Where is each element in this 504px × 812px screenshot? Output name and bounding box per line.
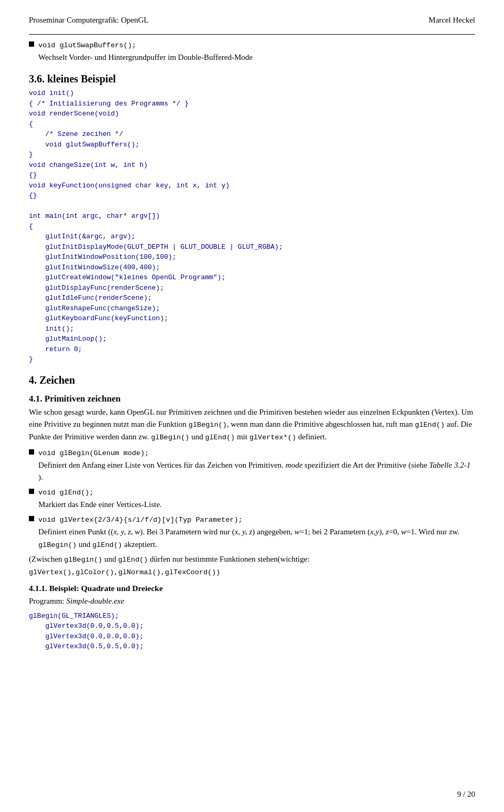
section41-para3: (Zwischen glBegin() und glEnd() dürfen n… [29, 553, 475, 578]
bullet-icon [29, 516, 34, 521]
para2-mid: und [191, 433, 203, 441]
glend-desc: Markiert das Ende einer Vertices-Liste. [38, 500, 162, 509]
section41-heading: 4.1. Primitiven zeichnen [29, 394, 475, 404]
para1-mid: , wenn man dann die Primitive abgeschlos… [227, 420, 413, 428]
para2-code1: glBegin() [151, 434, 190, 441]
para1-code1: glBegin() [188, 421, 227, 429]
glbegin-table: Tabelle 3.2-1 [429, 461, 471, 469]
glbegin-mode: mode [286, 461, 303, 469]
para1-code2: glEnd() [415, 421, 445, 429]
glvertex-eq1: =1; bei 2 Parametern ( [300, 528, 370, 536]
header-divider [29, 34, 475, 35]
para3-code1: glBegin() [64, 556, 102, 564]
glvertex-mid2: ) angegeben, [252, 528, 292, 536]
glbegin-end: ). [38, 473, 43, 481]
para2-code3: glVertex*() [249, 434, 296, 441]
page-footer: 9 / 20 [0, 790, 504, 799]
para2-mid2: mit [237, 433, 247, 441]
glvertex-und: und [79, 540, 91, 549]
bullet-icon [29, 41, 34, 47]
glend-code: void glEnd(); [38, 489, 93, 497]
para2-end: definiert. [298, 433, 327, 441]
header-right: Marcel Heckel [428, 16, 475, 25]
para3-end: dürfen nur bestimmte Funktionen stehen(w… [150, 555, 309, 563]
section36-heading: 3.6. kleines Beispiel [29, 73, 475, 85]
section41-para1: Wie schon gesagt wurde, kann OpenGL nur … [29, 406, 475, 444]
glvertex-content: void glVertex{2/3/4}{s/i/f/d}[v](Typ Par… [38, 513, 475, 551]
glvertex-glbegin: glBegin() [38, 541, 77, 549]
glvertex-xyzw: x, y, z, w [113, 528, 140, 536]
glut-swap-desc: Wechselt Vorder- und Hintergrundpuffer i… [38, 53, 253, 61]
glvertex-mid3: ), [379, 528, 384, 536]
glvertex-xyz: x, y, z [235, 528, 252, 536]
glvertex-mid: ). Bei 3 Parametern wird nur ( [140, 528, 235, 536]
glbegin-code: void glBegin(GLenum mode); [38, 449, 149, 457]
glbegin-desc2: spezifiziert die Art der Primitive (sieh… [304, 461, 427, 469]
para2-code2: glEnd() [205, 434, 235, 441]
glvertex-akzeptiert: akzeptiert. [124, 540, 157, 549]
header-left: Proseminar Computergrafik: OpenGL [29, 16, 149, 25]
glvertex-glend: glEnd() [92, 541, 122, 549]
glvertex-desc1: Definiert einen Punkt ( [38, 528, 111, 536]
para3-code3: glVertex(),glColor(),glNormal(),glTexCoo… [29, 568, 220, 576]
bullet-icon [29, 449, 34, 455]
glvertex-w2: w [401, 528, 406, 536]
glvertex-code: void glVertex{2/3/4}{s/i/f/d}[v](Typ Par… [38, 516, 243, 524]
glvertex-xy2: x,y [370, 528, 379, 536]
page-header: Proseminar Computergrafik: OpenGL Marcel… [29, 16, 475, 25]
page-number: 9 / 20 [457, 790, 475, 799]
section411-heading: 4.1.1. Beispiel: Quadrate und Dreiecke [29, 584, 475, 593]
glvertex-eq2: =0, [389, 528, 400, 536]
glbegin-desc1: Definiert den Anfang einer Liste von Ver… [38, 461, 284, 469]
page: Proseminar Computergrafik: OpenGL Marcel… [0, 0, 504, 812]
glend-bullet: void glEnd(); Markiert das Ende einer Ve… [29, 486, 475, 511]
para3-start: (Zwischen [29, 555, 62, 563]
section411-code: glBegin(GL_TRIANGLES); glVertex3d(0.0,0.… [29, 611, 475, 652]
section36-code: void init() { /* Initialisierung des Pro… [29, 88, 475, 365]
section411-prog: Programm: Simple-double.exe [29, 595, 475, 607]
glvertex-bullet: void glVertex{2/3/4}{s/i/f/d}[v](Typ Par… [29, 513, 475, 551]
glut-swap-code: void glutSwapBuffers(); [38, 41, 136, 49]
glvertex-w1: w [295, 528, 300, 536]
glbegin-bullet: void glBegin(GLenum mode); Definiert den… [29, 447, 475, 483]
section4-heading: 4. Zeichen [29, 374, 475, 386]
prog-name: Simple-double.exe [66, 597, 124, 605]
para3-code2: glEnd() [118, 556, 148, 564]
glbegin-content: void glBegin(GLenum mode); Definiert den… [38, 447, 475, 483]
bullet-icon [29, 489, 34, 494]
prog-label: Programm: [29, 597, 65, 605]
glut-swap-bullet: void glutSwapBuffers(); Wechselt Vorder-… [29, 39, 475, 64]
glend-content: void glEnd(); Markiert das Ende einer Ve… [38, 486, 475, 511]
glvertex-eq3: =1. Wird nur zw. [406, 528, 459, 536]
glut-swap-content: void glutSwapBuffers(); Wechselt Vorder-… [38, 39, 475, 64]
para3-mid: und [104, 555, 117, 563]
